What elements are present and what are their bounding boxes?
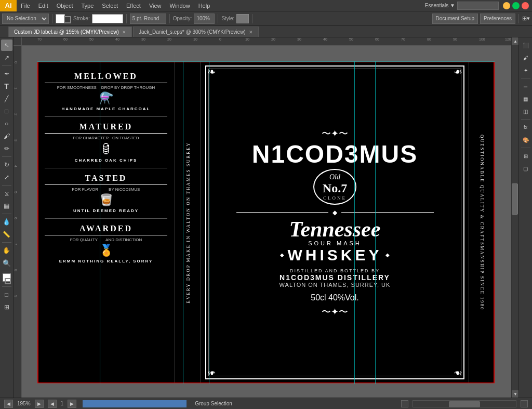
location-text: WALTON ON THAMES, SURREY, UK xyxy=(280,282,391,288)
blend-tool[interactable]: ⧖ xyxy=(1,188,12,199)
line-tool[interactable]: ╱ xyxy=(1,93,12,104)
gradient-tool[interactable]: ▦ xyxy=(1,200,12,212)
label-main: MELLOWED FOR SMOOTHNESS DROP BY DROP THR… xyxy=(37,61,495,384)
ruler-corner xyxy=(14,37,22,46)
prev-page-button[interactable]: ◀ xyxy=(48,400,57,408)
direct-select-tool[interactable]: ↗ xyxy=(1,52,12,63)
menu-object[interactable]: Object xyxy=(52,0,77,11)
maximize-button[interactable] xyxy=(512,2,520,9)
divider-3 xyxy=(45,218,167,219)
canvas-area[interactable]: 70 60 50 40 30 20 10 0 10 20 30 40 50 60… xyxy=(14,37,511,398)
rect-tool[interactable]: □ xyxy=(1,105,12,117)
matured-sub1: FOR CHARACTER ON TOASTED xyxy=(45,136,167,140)
right-panel: ▲ ▼ ⬛ 🖌 ✦ ═ ▦ ◫ fx 🎨 ⊞ ▢ xyxy=(511,37,532,398)
menu-edit[interactable]: Edit xyxy=(34,0,52,11)
scroll-thumb[interactable] xyxy=(512,183,518,215)
scroll-track[interactable] xyxy=(512,45,518,390)
brushes-panel[interactable]: 🖌 xyxy=(520,52,531,63)
measure-tool[interactable]: 📏 xyxy=(1,229,12,240)
scroll-down[interactable]: ▼ xyxy=(512,390,519,398)
pencil-tool[interactable]: ✏ xyxy=(1,143,12,154)
main-area: ↖ ↗ ✒ T ╱ □ ○ 🖌 ✏ ↻ ⤢ ⧖ ▦ 💧 📏 ✋ 🔍 □ ⊞ xyxy=(0,37,532,398)
ellipse-tool[interactable]: ○ xyxy=(1,118,12,129)
brush-tool[interactable]: 🖌 xyxy=(1,130,12,142)
menu-help[interactable]: Help xyxy=(194,0,215,11)
menu-select[interactable]: Select xyxy=(98,0,122,11)
swatches-panel[interactable]: ⬛ xyxy=(520,39,531,51)
deco-line-left xyxy=(236,212,329,213)
menu-type[interactable]: Type xyxy=(77,0,98,11)
guide-h2 xyxy=(37,384,495,384)
layers-panel[interactable]: ⊞ xyxy=(520,150,531,162)
bottom-scroll: 〜✦〜 xyxy=(322,306,348,318)
scroll-h-right[interactable] xyxy=(521,400,528,407)
scroll-up[interactable]: ▲ xyxy=(512,37,519,45)
zoom-tool[interactable]: 🔍 xyxy=(1,257,12,269)
document-setup-button[interactable]: Document Setup xyxy=(432,14,478,24)
next-page-button[interactable]: ▶ xyxy=(68,400,76,408)
zoom-in-button[interactable]: ▶ xyxy=(35,400,44,408)
tab-bar: Custom JD label.ai @ 195% (CMYK/Preview)… xyxy=(0,26,532,37)
pen-tool[interactable]: ✒ xyxy=(1,68,12,80)
old-no7-oval: Old No.7 CLONE xyxy=(313,169,356,205)
artboards-panel[interactable]: ▢ xyxy=(520,163,531,174)
menu-file[interactable]: File xyxy=(17,0,34,11)
appearance-panel[interactable]: fx xyxy=(520,122,531,133)
awarded-icon: 🏅 xyxy=(45,244,167,257)
stroke-color[interactable] xyxy=(5,278,11,284)
scroll-h-left[interactable] xyxy=(401,400,408,407)
tab-jack-daniel-label: Jack_Daniel_s.eps* @ 300% (CMYK/Preview) xyxy=(139,29,246,35)
search-input[interactable] xyxy=(457,2,499,10)
page-number: 1 xyxy=(61,401,64,406)
vertical-scrollbar[interactable]: ▲ ▼ xyxy=(511,37,518,398)
selection-tool[interactable]: ↖ xyxy=(1,39,12,51)
graphic-styles-panel[interactable]: 🎨 xyxy=(520,134,531,146)
style-label: Style: xyxy=(221,16,234,21)
selection-dropdown[interactable]: No Selection xyxy=(2,14,49,24)
menu-view[interactable]: View xyxy=(145,0,166,11)
screen-mode[interactable]: ⊞ xyxy=(1,301,12,313)
stroke-panel[interactable]: ═ xyxy=(520,81,531,92)
corner-br: ❧ xyxy=(454,368,462,378)
symbols-panel[interactable]: ✦ xyxy=(520,64,531,76)
minimize-button[interactable] xyxy=(503,2,510,9)
right-toolbox: ⬛ 🖌 ✦ ═ ▦ ◫ fx 🎨 ⊞ ▢ xyxy=(518,37,532,398)
corner-tr: ❧ xyxy=(454,67,462,77)
tab-custom-jd-close[interactable]: ✕ xyxy=(122,30,126,35)
menu-window[interactable]: Window xyxy=(166,0,194,11)
tennessee-text: Tennessee xyxy=(289,218,381,240)
tab-custom-jd[interactable]: Custom JD label.ai @ 195% (CMYK/Preview)… xyxy=(8,27,132,37)
menu-effect[interactable]: Effect xyxy=(122,0,145,11)
tab-jack-daniel-close[interactable]: ✕ xyxy=(249,30,253,35)
brush-select[interactable] xyxy=(130,14,166,24)
zoom-out-button[interactable]: ◀ xyxy=(4,400,13,408)
tasted-title: TASTED xyxy=(45,174,167,185)
ruler-horizontal: 70 60 50 40 30 20 10 0 10 20 30 40 50 60… xyxy=(22,37,511,46)
matured-icon: 🛢 xyxy=(45,142,167,156)
label-center-panel: ❧ ❧ ❧ ❧ 〜✦〜 N1COD3MUS Old No.7 CLONE xyxy=(201,61,469,384)
matured-title: MATURED xyxy=(45,122,167,134)
hand-tool[interactable]: ✋ xyxy=(1,245,12,256)
deco-diamond: ◆ xyxy=(332,209,337,216)
gradient-panel[interactable]: ▦ xyxy=(520,93,531,104)
opacity-input[interactable] xyxy=(194,14,215,24)
stroke-swatch[interactable] xyxy=(64,16,71,23)
left-toolbox: ↖ ↗ ✒ T ╱ □ ○ 🖌 ✏ ↻ ⤢ ⧖ ▦ 💧 📏 ✋ 🔍 □ ⊞ xyxy=(0,37,14,398)
menu-bar: Ai File Edit Object Type Select Effect V… xyxy=(0,0,532,11)
horizontal-scrollbar[interactable] xyxy=(413,400,516,407)
diamond-right: ◆ xyxy=(385,252,390,258)
zoom-level: 195% xyxy=(17,401,31,406)
rotate-tool[interactable]: ↻ xyxy=(1,159,12,170)
normal-mode[interactable]: □ xyxy=(1,289,12,300)
preferences-button[interactable]: Preferences xyxy=(480,14,515,24)
eyedropper-tool[interactable]: 💧 xyxy=(1,216,12,228)
tasted-sub1: FOR FLAVOR BY NiCOD3MUS xyxy=(45,187,167,192)
mellowed-sub2: HANDMADE MAPLE CHARCOAL xyxy=(45,107,167,111)
transparency-panel[interactable]: ◫ xyxy=(520,105,531,117)
arrange-icon: ⊞▾ xyxy=(522,15,530,22)
type-tool[interactable]: T xyxy=(1,81,12,92)
tab-jack-daniel[interactable]: Jack_Daniel_s.eps* @ 300% (CMYK/Preview)… xyxy=(133,27,259,37)
h-scroll-thumb[interactable] xyxy=(449,401,480,407)
close-button[interactable] xyxy=(522,2,529,9)
scale-tool[interactable]: ⤢ xyxy=(1,171,12,183)
